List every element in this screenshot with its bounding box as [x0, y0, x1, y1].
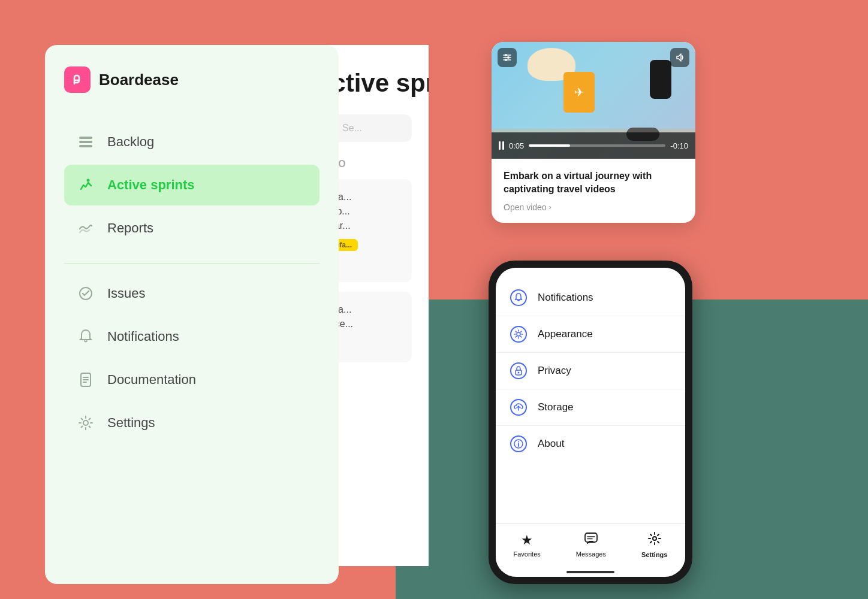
phone-tab-bar: ★ Favorites Messages: [496, 523, 685, 571]
svg-point-20: [518, 372, 520, 374]
phone-tab-messages[interactable]: Messages: [576, 533, 606, 558]
logo-area: Boardease: [64, 66, 320, 93]
issues-icon: [76, 284, 95, 303]
svg-rect-24: [585, 533, 597, 542]
documentation-icon: [76, 370, 95, 389]
phone-menu-label-privacy: Privacy: [538, 365, 571, 377]
pause-bar-1: [499, 141, 501, 150]
svg-point-16: [507, 56, 510, 59]
sidebar-item-active-sprints[interactable]: Active sprints: [64, 165, 320, 205]
phone-appearance-icon: [510, 326, 527, 343]
phone-status-bar: [496, 268, 685, 275]
reports-icon: [76, 219, 95, 238]
nav-bottom-section: Issues Notifications Docum: [64, 273, 320, 443]
phone-notifications-icon: [510, 289, 527, 306]
video-top-controls: [498, 48, 689, 67]
phone-tab-favorites[interactable]: ★ Favorites: [514, 533, 541, 558]
phone-menu-item-storage[interactable]: Storage: [496, 389, 685, 426]
sidebar-item-label: Backlog: [107, 134, 154, 150]
video-mute-btn[interactable]: [670, 48, 689, 67]
settings-icon: [76, 413, 95, 432]
phone-menu-label-notifications: Notifications: [538, 292, 593, 304]
backlog-icon: [76, 132, 95, 152]
video-time-current: 0:05: [509, 141, 524, 150]
sidebar-item-reports[interactable]: Reports: [64, 208, 320, 249]
messages-tab-label: Messages: [576, 550, 606, 558]
phone-menu-label-about: About: [538, 438, 564, 450]
svg-rect-1: [79, 141, 92, 143]
sidebar-item-notifications[interactable]: Notifications: [64, 316, 320, 357]
svg-rect-2: [79, 145, 92, 147]
phone-mockup: Notifications Appearance: [489, 261, 692, 584]
favorites-tab-icon: ★: [521, 533, 533, 548]
sidebar-item-label-reports: Reports: [107, 220, 153, 236]
app-logo-icon: [64, 66, 91, 93]
phone-menu-label-appearance: Appearance: [538, 328, 593, 340]
phone-menu-list: Notifications Appearance: [496, 275, 685, 523]
svg-point-15: [505, 54, 507, 56]
favorites-tab-label: Favorites: [514, 550, 541, 558]
pause-bar-2: [502, 141, 504, 150]
phone-tab-settings[interactable]: Settings: [641, 532, 667, 558]
settings-tab-icon: [648, 532, 661, 549]
svg-point-27: [653, 537, 656, 540]
nav-top-section: Backlog Active sprints Reports: [64, 122, 320, 249]
sidebar-item-label-issues: Issues: [107, 286, 146, 301]
phone-menu-item-about[interactable]: About: [496, 426, 685, 462]
video-time-remaining: -0:10: [670, 141, 688, 150]
svg-point-23: [518, 441, 519, 443]
svg-rect-0: [79, 137, 92, 139]
video-thumbnail: ✈: [492, 42, 695, 159]
video-settings-btn[interactable]: [498, 48, 517, 67]
sidebar-item-label-notifications: Notifications: [107, 329, 179, 344]
pause-button[interactable]: [499, 141, 504, 150]
svg-point-18: [517, 332, 520, 336]
sidebar-item-backlog[interactable]: Backlog: [64, 122, 320, 162]
phone-privacy-icon: [510, 362, 527, 379]
sidebar-item-documentation[interactable]: Documentation: [64, 359, 320, 400]
sidebar-item-label-docs: Documentation: [107, 372, 196, 388]
svg-point-17: [505, 59, 507, 61]
video-link-label: Open video: [504, 202, 547, 212]
phone-screen: Notifications Appearance: [496, 268, 685, 577]
settings-tab-label: Settings: [641, 551, 667, 558]
sidebar-panel: Boardease Backlog Active sprints: [45, 45, 339, 584]
phone-menu-item-privacy[interactable]: Privacy: [496, 353, 685, 389]
passport-decoration: ✈: [563, 72, 595, 113]
svg-point-9: [83, 420, 88, 425]
phone-menu-item-appearance[interactable]: Appearance: [496, 316, 685, 353]
video-title: Embark on a virtual journey with captiva…: [504, 170, 683, 196]
video-progress-track[interactable]: [529, 144, 665, 147]
phone-menu-item-notifications[interactable]: Notifications: [496, 280, 685, 316]
video-progress-fill: [529, 144, 569, 147]
video-link[interactable]: Open video ›: [504, 202, 683, 212]
messages-tab-icon: [584, 533, 598, 548]
app-name: Boardease: [99, 71, 179, 89]
phone-storage-icon: [510, 399, 527, 416]
sidebar-item-settings[interactable]: Settings: [64, 403, 320, 443]
phone-menu-label-storage: Storage: [538, 401, 574, 413]
video-control-bar: 0:05 -0:10: [492, 132, 695, 159]
phone-about-icon: [510, 435, 527, 452]
active-sprints-icon: [76, 176, 95, 195]
sidebar-item-issues[interactable]: Issues: [64, 273, 320, 314]
sidebar-item-label-active: Active sprints: [107, 177, 195, 193]
search-placeholder: Se...: [342, 123, 362, 134]
phone-home-indicator: [566, 571, 614, 573]
notifications-icon: [76, 327, 95, 346]
nav-divider: [64, 263, 320, 264]
video-info: Embark on a virtual journey with captiva…: [492, 159, 695, 223]
video-card: ✈: [492, 42, 695, 223]
chevron-right-icon: ›: [549, 202, 551, 211]
sidebar-item-label-settings: Settings: [107, 415, 155, 431]
svg-point-3: [87, 179, 90, 182]
